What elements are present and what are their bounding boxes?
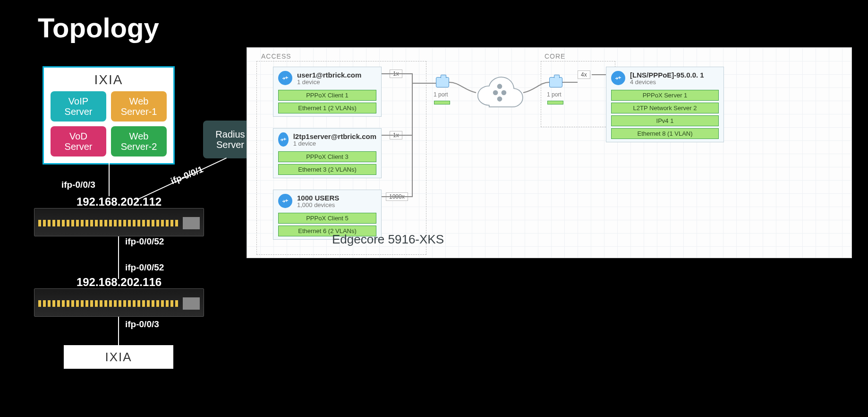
label-ifp003b: ifp-0/0/3 [125,319,159,330]
tile-vod: VoD Server [51,126,106,156]
link-sw1-sw2 [118,236,119,279]
connector-wires [247,48,851,258]
ixia-top-title: IXIA [51,72,167,87]
label-ifp003: ifp-0/0/3 [61,180,95,190]
label-ifp0052b: ifp-0/0/52 [125,262,164,273]
page-title: Topology [38,12,159,43]
overlay-hardware-label: Edgecore 5916-XKS [332,232,444,247]
switch-2: 192.168.202.116 [34,288,204,317]
label-ifp0052a: ifp-0/0/52 [125,236,164,247]
tile-voip: VoIP Server [51,91,106,122]
link-sw2-ixia [118,317,119,345]
left-topology: IXIA VoIP Server Web Server-1 VoD Server… [28,66,227,165]
switch-1: 192.168.202.112 [34,208,204,236]
link-ixia-sw1 [109,161,110,196]
tile-web1: Web Server-1 [111,91,167,122]
ixia-top-box: IXIA VoIP Server Web Server-1 VoD Server… [43,66,175,165]
tile-web2: Web Server-2 [111,126,167,156]
scenario-panel: ACCESS CORE user1@rtbrick.com1 device PP… [247,47,852,258]
label-ifp001: ifp-0/0/1 [169,164,204,186]
switch-2-ip: 192.168.202.116 [34,276,204,289]
switch-1-ip: 192.168.202.112 [34,195,204,208]
ixia-bottom-box: IXIA [64,345,173,369]
